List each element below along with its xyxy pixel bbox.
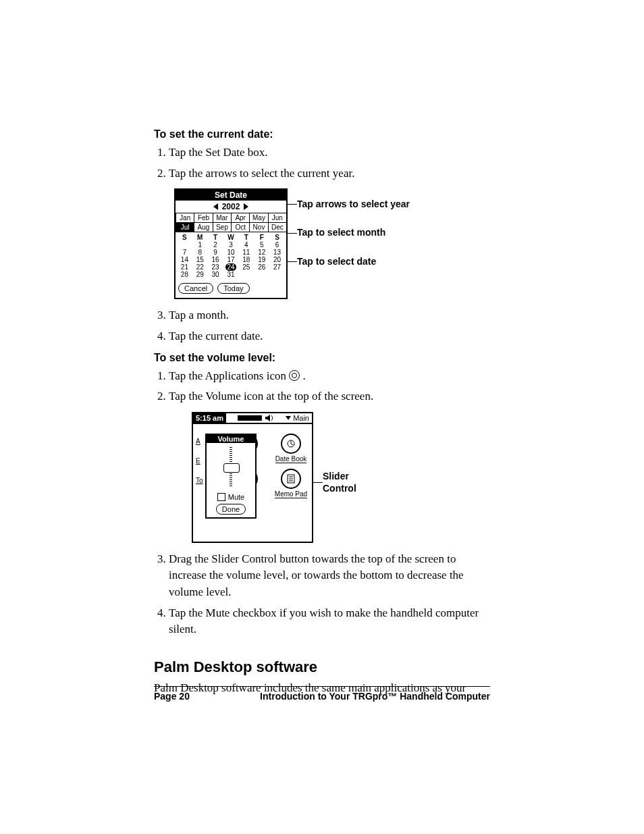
- slider-thumb[interactable]: [223, 463, 240, 473]
- datebook-icon: [281, 434, 301, 454]
- date-cell[interactable]: 27: [269, 263, 285, 271]
- date-cell[interactable]: 7: [177, 249, 192, 256]
- date-cell[interactable]: 19: [254, 256, 269, 263]
- date-cell[interactable]: 26: [254, 263, 269, 271]
- callout-month: Tap to select month: [297, 226, 410, 238]
- day-header: T: [238, 234, 254, 241]
- date-cell: [177, 241, 192, 249]
- month-cell[interactable]: Nov: [249, 222, 268, 232]
- fig-set-date: Set Date 2002 Jan Feb Mar Apr May Jun Ju…: [174, 188, 288, 299]
- label-stub: To: [196, 477, 203, 484]
- callout-slider: Slider Control: [323, 470, 363, 494]
- done-button[interactable]: Done: [216, 504, 246, 515]
- step: Drag the Slider Control button towards t…: [169, 551, 490, 601]
- date-cell[interactable]: 31: [223, 271, 239, 278]
- task-heading-set-volume: To set the volume level:: [154, 352, 490, 364]
- day-header: M: [192, 234, 208, 241]
- date-cell[interactable]: 1: [192, 241, 208, 249]
- today-button[interactable]: Today: [217, 283, 249, 294]
- month-cell[interactable]: Jan: [176, 213, 194, 223]
- date-cell[interactable]: 21: [177, 263, 192, 271]
- cancel-button[interactable]: Cancel: [178, 283, 213, 294]
- category-label: Main: [293, 414, 309, 422]
- month-cell[interactable]: Dec: [268, 222, 287, 232]
- app-datebook[interactable]: Date Book: [274, 434, 308, 463]
- task-heading-set-date: To set the current date:: [154, 128, 490, 140]
- month-cell[interactable]: Oct: [231, 222, 250, 232]
- step: Tap the arrows to select the current yea…: [169, 165, 490, 182]
- step: Tap the current date.: [169, 328, 490, 345]
- set-date-steps-a: Tap the Set Date box. Tap the arrows to …: [154, 145, 490, 182]
- date-cell[interactable]: 15: [192, 256, 208, 263]
- month-cell[interactable]: Aug: [194, 222, 213, 232]
- footer-page: Page 20: [154, 691, 190, 702]
- month-cell[interactable]: Feb: [194, 213, 213, 223]
- month-cell-selected[interactable]: Jul: [176, 222, 194, 232]
- date-cell[interactable]: 30: [208, 271, 223, 278]
- date-cell[interactable]: 28: [177, 271, 192, 278]
- month-cell[interactable]: Mar: [213, 213, 232, 223]
- mute-label: Mute: [228, 493, 244, 501]
- month-cell[interactable]: Apr: [231, 213, 250, 223]
- date-cell[interactable]: 24: [223, 263, 239, 271]
- app-label: Memo Pad: [275, 490, 307, 498]
- step: Tap the Volume icon at the top of the sc…: [169, 388, 490, 405]
- volume-slider[interactable]: [230, 447, 232, 486]
- month-cell[interactable]: May: [249, 213, 268, 223]
- year-next-icon[interactable]: [244, 203, 248, 210]
- volume-callouts: Slider Control: [323, 412, 363, 511]
- day-header: F: [254, 234, 269, 241]
- date-cell[interactable]: 18: [238, 256, 254, 263]
- date-cell[interactable]: 25: [238, 263, 254, 271]
- set-date-steps-b: Tap a month. Tap the current date.: [154, 307, 490, 344]
- step-text: Tap the Applications icon: [169, 369, 289, 382]
- month-cell[interactable]: Sep: [213, 222, 232, 232]
- app-memopad[interactable]: Memo Pad: [274, 469, 308, 498]
- popup-title: Volume: [207, 435, 255, 443]
- step: Tap the Mute checkbox if you wish to mak…: [169, 605, 490, 638]
- date-cell: [254, 271, 269, 278]
- date-cell[interactable]: 5: [254, 241, 269, 249]
- day-header: S: [269, 234, 285, 241]
- speaker-icon[interactable]: [265, 414, 274, 422]
- date-cell[interactable]: 22: [192, 263, 208, 271]
- date-cell[interactable]: 14: [177, 256, 192, 263]
- app-label: Date Book: [275, 455, 307, 463]
- callout-date: Tap to select date: [297, 255, 410, 267]
- category-dropdown[interactable]: Main: [286, 414, 309, 422]
- month-grid: Jan Feb Mar Apr May Jun Jul Aug Sep Oct …: [176, 213, 286, 232]
- date-cell[interactable]: 3: [223, 241, 239, 249]
- date-cell[interactable]: 9: [208, 249, 223, 256]
- step: Tap the Set Date box.: [169, 145, 490, 161]
- date-cell[interactable]: 23: [208, 263, 223, 271]
- date-cell[interactable]: 10: [223, 249, 239, 256]
- partial-app-labels: A E To: [196, 438, 203, 496]
- memopad-icon: [281, 469, 301, 489]
- set-volume-steps-b: Drag the Slider Control button towards t…: [154, 551, 490, 638]
- date-cell[interactable]: 6: [269, 241, 285, 249]
- date-cell: [238, 271, 254, 278]
- mute-checkbox[interactable]: [217, 493, 225, 501]
- date-cell[interactable]: 8: [192, 249, 208, 256]
- date-cell[interactable]: 12: [254, 249, 269, 256]
- year-prev-icon[interactable]: [213, 203, 218, 210]
- set-date-title: Set Date: [176, 190, 286, 201]
- date-cell[interactable]: 4: [238, 241, 254, 249]
- label-stub: A: [196, 438, 203, 445]
- date-cell[interactable]: 16: [208, 256, 223, 263]
- step: Tap a month.: [169, 307, 490, 324]
- date-cell[interactable]: 11: [238, 249, 254, 256]
- date-cell[interactable]: 29: [192, 271, 208, 278]
- date-cell[interactable]: 20: [269, 256, 285, 263]
- date-cell[interactable]: 2: [208, 241, 223, 249]
- footer-title: Introduction to Your TRGpro™ Handheld Co…: [260, 691, 490, 702]
- status-time: 5:15 am: [193, 413, 226, 423]
- callout-year: Tap arrows to select year: [297, 198, 410, 210]
- set-volume-steps-a: Tap the Applications icon . Tap the Volu…: [154, 368, 490, 405]
- set-date-callouts: Tap arrows to select year Tap to select …: [297, 188, 410, 284]
- label-stub: E: [196, 457, 203, 465]
- day-header: W: [223, 234, 239, 241]
- date-cell[interactable]: 13: [269, 249, 285, 256]
- month-cell[interactable]: Jun: [268, 213, 287, 223]
- date-cell[interactable]: 17: [223, 256, 239, 263]
